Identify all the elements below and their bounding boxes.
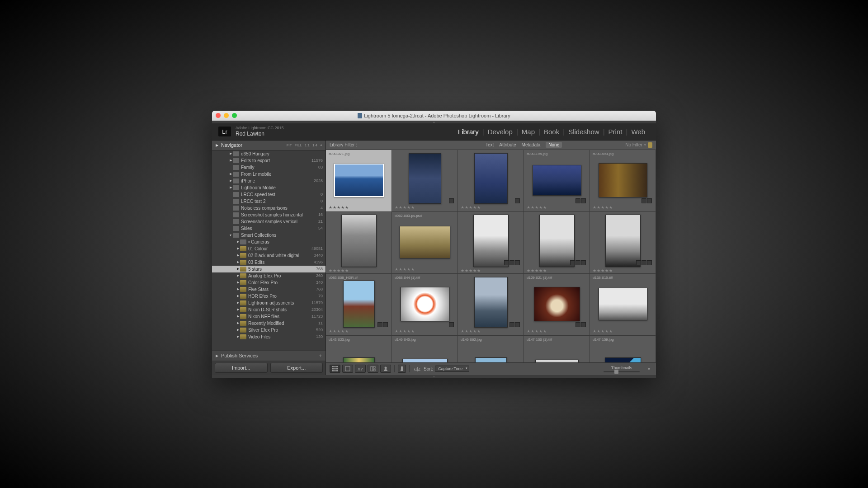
thumbnail-cell[interactable]: c000-171.jpg★★★★★ [458,150,524,212]
thumbnail-cell[interactable]: d062-003-ps.psd★★★★★ [392,212,458,274]
nav-zoom-1:1[interactable]: 1:1 [305,143,310,147]
tree-item[interactable]: ▶5 stars768 [212,266,326,272]
sort-dropdown[interactable]: Capture Time [435,366,469,372]
metadata-badge-icon[interactable] [647,198,652,203]
metadata-badge-icon[interactable] [509,260,514,265]
tree-item[interactable]: ▶Analog Efex Pro260 [212,272,326,279]
filter-preset[interactable]: No Filter ▾ [625,142,652,148]
tree-item[interactable]: Family83 [212,164,326,171]
module-web[interactable]: Web [627,128,650,136]
tree-item[interactable]: LRCC speed test0 [212,191,326,198]
tree-item[interactable]: ▶From Lr mobile [212,171,326,178]
thumbnail-image[interactable] [409,153,441,204]
tree-item[interactable]: ▶Edits to export11576 [212,157,326,164]
thumbnail-image[interactable] [599,163,647,197]
loupe-view-button[interactable] [342,365,353,373]
module-library[interactable]: Library [453,128,483,136]
export-button[interactable]: Export... [270,363,323,373]
people-view-button[interactable] [380,365,391,373]
expand-icon[interactable]: ▶ [236,247,240,250]
tree-item[interactable]: ▶iPhone2028 [212,178,326,184]
thumbnail-cell[interactable]: d146-045.jpg★★★★★ [392,336,458,362]
expand-icon[interactable]: ▶ [236,294,240,298]
thumbnail-cell[interactable]: c000-071.jpg★★★★★ [326,150,392,212]
thumbnail-cell[interactable]: d138-015.tiff★★★★★ [590,274,656,336]
sort-direction-button[interactable]: a|z [413,365,422,373]
thumbnail-image[interactable] [539,215,575,267]
filter-metadata[interactable]: Metadata [522,142,541,147]
metadata-badge-icon[interactable] [449,198,454,203]
thumbnail-image[interactable] [402,359,448,362]
rating-stars[interactable]: ★★★★★ [395,267,455,272]
tree-item[interactable]: ▶• Cameras [212,239,326,245]
thumbnail-image[interactable] [533,165,581,196]
rating-stars[interactable]: ★★★★★ [329,268,389,273]
tree-item[interactable]: ▶HDR Efex Pro79 [212,293,326,300]
tree-item[interactable]: ▶Lightroom Mobile [212,184,326,191]
rating-stars[interactable]: ★★★★★ [461,205,521,210]
module-print[interactable]: Print [604,128,627,136]
toolbar-options-button[interactable]: ▾ [645,365,652,372]
filter-text[interactable]: Text [486,142,494,147]
thumbnail-cell[interactable]: c000-493.jpg★★★★★ [590,150,656,212]
navigator-header[interactable]: ▶ Navigator FITFILL1:11:4◂ [212,141,326,150]
expand-icon[interactable]: ▶ [228,172,233,176]
module-slideshow[interactable]: Slideshow [564,128,604,136]
thumbnail-cell[interactable]: d049-033.tiff★★★★★ [326,212,392,274]
expand-icon[interactable]: ▶ [228,179,233,183]
thumbnail-image[interactable] [400,226,450,258]
metadata-badge-icon[interactable] [515,198,520,203]
module-map[interactable]: Map [517,128,539,136]
lock-icon[interactable] [648,142,652,148]
metadata-badge-icon[interactable] [576,260,580,265]
metadata-badge-icon[interactable] [581,260,586,265]
tree-item[interactable]: ▶03 Edits4196 [212,259,326,266]
thumbnail-image[interactable] [334,164,384,197]
nav-zoom-fill[interactable]: FILL [295,143,302,147]
bottom-panel-toggle[interactable] [212,375,656,378]
grid-view-button[interactable] [330,365,340,373]
thumbnail-image[interactable] [474,153,508,204]
tree-item[interactable]: ▶Silver Efex Pro520 [212,327,326,333]
thumbnail-cell[interactable]: c000-165.jpg★★★★★ [392,150,458,212]
module-develop[interactable]: Develop [483,128,517,136]
expand-icon[interactable]: ▶ [228,152,233,155]
expand-icon[interactable]: ▶ [228,159,233,162]
thumbnail-image[interactable] [474,277,508,328]
tree-item[interactable]: Noiseless comparisons4 [212,205,326,211]
thumbnail-image[interactable] [343,357,375,362]
rating-stars[interactable]: ★★★★★ [329,329,389,333]
nav-zoom-fit[interactable]: FIT [287,143,292,147]
thumbnail-cell[interactable]: d088-050.psd★★★★★ [458,274,524,336]
thumbnail-cell[interactable]: c000-195.jpg★★★★★ [524,150,590,212]
expand-icon[interactable]: ▶ [236,260,240,264]
thumbnail-cell[interactable]: d143-023.jpg★★★★★ [326,336,392,362]
expand-icon[interactable]: ▶ [236,253,240,257]
thumbnail-image[interactable] [401,287,449,321]
tree-item[interactable]: ▶Five Stars768 [212,286,326,293]
tree-item[interactable]: LRCC test 20 [212,198,326,205]
expand-icon[interactable]: ▶ [236,267,240,271]
rating-stars[interactable]: ★★★★★ [461,268,521,273]
metadata-badge-icon[interactable] [377,322,382,327]
thumbnail-image[interactable] [475,357,507,362]
tree-item[interactable]: ▶Nikon D-SLR shots20304 [212,306,326,313]
thumbnail-image[interactable] [473,215,509,267]
metadata-badge-icon[interactable] [581,198,586,203]
publish-services-header[interactable]: ▶ Publish Services + [212,351,326,361]
rating-stars[interactable]: ★★★★★ [593,205,653,210]
expand-icon[interactable]: ▶ [228,186,233,189]
thumbnail-image[interactable] [341,215,377,267]
tree-item[interactable]: ▼Smart Collections [212,232,326,239]
nav-zoom-menu-icon[interactable]: ◂ [320,143,322,147]
compare-view-button[interactable]: XY [355,365,366,373]
thumbnail-cell[interactable]: d147-100 (1).tiff★★★★★ [524,336,590,362]
filter-none[interactable]: None [546,142,562,148]
metadata-badge-icon[interactable] [509,322,514,327]
thumbnail-image[interactable] [599,288,647,320]
painter-tool-button[interactable] [398,365,406,373]
tree-item[interactable]: ▶Nikon NEF files11723 [212,313,326,320]
tree-item[interactable]: Screenshot samples horizontal16 [212,211,326,218]
rating-stars[interactable]: ★★★★★ [329,205,389,210]
rating-stars[interactable]: ★★★★★ [395,205,455,210]
